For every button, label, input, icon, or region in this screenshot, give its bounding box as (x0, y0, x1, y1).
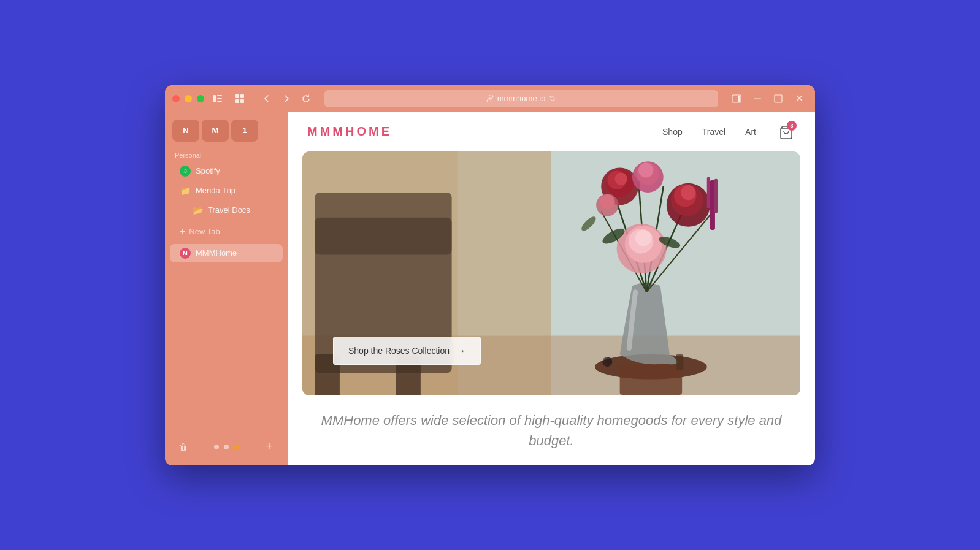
back-button[interactable] (258, 90, 275, 107)
window-maximize-button[interactable] (197, 95, 204, 102)
sidebar-item-travel-docs-label: Travel Docs (208, 205, 250, 215)
add-icon[interactable]: + (261, 438, 278, 456)
svg-rect-21 (620, 364, 683, 395)
cta-button-text: Shop the Roses Collection (348, 346, 450, 356)
svg-rect-5 (240, 94, 244, 98)
sidebar-right-icon[interactable] (728, 90, 745, 107)
folder-icon: 📁 (180, 185, 191, 196)
svg-rect-4 (235, 94, 239, 98)
sidebar-item-merida-label: Merida Trip (196, 186, 235, 195)
cart-icon[interactable]: 3 (776, 122, 795, 142)
nav-links: Shop Travel Art 3 (662, 122, 795, 142)
sidebar-item-spotify[interactable]: ♫ Spotify (170, 162, 283, 180)
description-text: MMHome offers wide selection of high-qua… (307, 410, 795, 451)
svg-rect-7 (240, 99, 244, 103)
svg-rect-1 (217, 95, 222, 96)
dot-3 (234, 445, 239, 449)
address-text: mmmhome.io (497, 94, 546, 103)
address-bar[interactable]: mmmhome.io (324, 90, 718, 107)
refresh-icon (549, 95, 556, 102)
bottom-dots (214, 445, 239, 449)
link-icon (486, 95, 494, 102)
sidebar-item-merida-trip[interactable]: 📁 Merida Trip (170, 181, 283, 200)
sidebar-tabs: N M 1 (165, 117, 288, 147)
close-window-icon[interactable]: ✕ (791, 90, 808, 107)
svg-point-35 (681, 185, 695, 199)
website-header: MMMHOME Shop Travel Art 3 (288, 112, 815, 151)
svg-rect-47 (714, 178, 718, 213)
window-close-button[interactable] (172, 95, 180, 102)
dot-2 (224, 445, 229, 449)
spotify-icon: ♫ (180, 166, 191, 177)
svg-rect-3 (217, 101, 222, 102)
svg-rect-6 (235, 99, 239, 103)
nav-travel[interactable]: Travel (702, 127, 725, 137)
trash-icon[interactable]: 🗑 (175, 438, 192, 456)
sidebar-item-spotify-label: Spotify (196, 166, 220, 175)
cart-badge: 3 (787, 121, 797, 131)
title-bar-left (172, 90, 248, 107)
svg-point-38 (638, 162, 653, 177)
sidebar-toggle-icon[interactable] (209, 90, 226, 107)
sidebar: N M 1 Personal ♫ Spotify 📁 Merida Trip (165, 112, 288, 465)
maximize-window-icon[interactable] (770, 90, 787, 107)
svg-rect-45 (710, 180, 715, 229)
sidebar-tab-nyt[interactable]: N (172, 120, 199, 142)
mmmhome-icon: M (180, 248, 191, 259)
browser-body: N M 1 Personal ♫ Spotify 📁 Merida Trip (165, 112, 815, 465)
new-tab-plus: + (180, 226, 185, 237)
minimize-window-icon[interactable] (749, 90, 766, 107)
new-tab-label: New Tab (189, 227, 220, 236)
sidebar-item-mmmhome-label: MMMHome (196, 248, 237, 258)
subfolder-icon: 📂 (192, 205, 203, 216)
sidebar-item-mmmhome[interactable]: M MMMHome (170, 244, 283, 262)
cta-button[interactable]: Shop the Roses Collection → (333, 337, 481, 365)
svg-rect-0 (213, 95, 216, 102)
hero-background: Shop the Roses Collection → (302, 151, 800, 395)
svg-rect-2 (217, 98, 222, 99)
svg-point-31 (615, 172, 627, 185)
window-minimize-button[interactable] (185, 95, 192, 102)
description-section: MMHome offers wide selection of high-qua… (288, 395, 815, 465)
nav-shop[interactable]: Shop (662, 127, 683, 137)
sidebar-item-travel-docs[interactable]: 📂 Travel Docs (170, 201, 283, 220)
dot-1 (214, 445, 219, 449)
forward-button[interactable] (278, 90, 295, 107)
svg-rect-53 (676, 354, 683, 369)
svg-rect-10 (754, 98, 761, 99)
new-tab-button[interactable]: + New Tab (170, 223, 283, 241)
sidebar-bottom: 🗑 + (165, 434, 288, 460)
browser-window: mmmhome.io (165, 85, 815, 465)
nav-art[interactable]: Art (745, 127, 756, 137)
svg-point-52 (605, 357, 611, 364)
svg-rect-11 (775, 95, 782, 102)
reload-button[interactable] (297, 90, 315, 107)
sidebar-tab-one[interactable]: 1 (231, 120, 258, 142)
toolbar-right: ✕ (728, 90, 808, 107)
sidebar-section-personal: Personal (165, 147, 288, 161)
sidebar-tab-gmail[interactable]: M (202, 120, 229, 142)
hero-section: Shop the Roses Collection → (302, 151, 800, 395)
grid-icon[interactable] (231, 90, 248, 107)
main-content: MMMHOME Shop Travel Art 3 (288, 112, 815, 465)
svg-point-42 (635, 229, 651, 245)
svg-rect-46 (707, 177, 710, 208)
nav-buttons (258, 90, 315, 107)
cta-button-arrow: → (457, 346, 465, 356)
brand-logo[interactable]: MMMHOME (307, 124, 392, 139)
svg-point-44 (600, 194, 614, 209)
svg-rect-9 (738, 96, 740, 102)
title-bar: mmmhome.io (165, 85, 815, 112)
